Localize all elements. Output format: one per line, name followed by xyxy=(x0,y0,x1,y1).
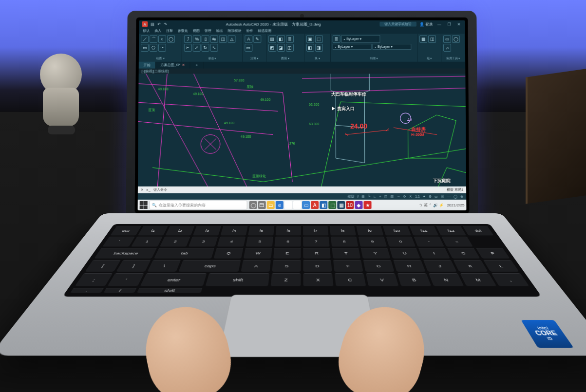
key[interactable]: W xyxy=(244,248,272,259)
statusbar-button[interactable]: ⊞ xyxy=(362,194,365,198)
statusbar-button[interactable]: ⌖ xyxy=(379,194,381,198)
taskbar-app-icon[interactable]: ◧ xyxy=(320,201,327,209)
key[interactable]: \ xyxy=(147,260,181,272)
ribbon-tool[interactable]: ○ xyxy=(158,35,166,43)
panel-label[interactable]: 实用工具 ▾ xyxy=(443,56,463,61)
ribbon-tool[interactable]: ⬚ xyxy=(315,35,323,43)
ribbon-tool[interactable]: ▣ xyxy=(306,35,314,43)
ribbon-tool[interactable]: ◧ xyxy=(306,44,314,52)
ribbon-tab[interactable]: 管理 xyxy=(205,28,211,33)
key[interactable]: del xyxy=(463,226,494,236)
key[interactable]: I xyxy=(418,248,450,259)
ribbon-tool[interactable]: ⤴ xyxy=(184,35,192,43)
ribbon-tool[interactable]: ↻ xyxy=(202,44,209,52)
taskbar-search-input[interactable]: 🔍 在这里输入你要搜索的内容 xyxy=(150,201,247,209)
key[interactable]: C xyxy=(335,273,366,286)
key[interactable]: Q xyxy=(213,248,243,259)
statusbar-button[interactable]: ∟ xyxy=(373,195,377,198)
key[interactable]: f2 xyxy=(165,226,194,236)
close-button[interactable]: ✕ xyxy=(455,22,462,26)
key[interactable]: 5 xyxy=(246,237,273,246)
key[interactable]: U xyxy=(390,248,420,259)
ribbon-tool[interactable]: ◫ xyxy=(219,35,227,43)
ribbon-tab[interactable]: 默认 xyxy=(143,28,150,33)
ribbon-tool[interactable]: ◩ xyxy=(268,44,276,52)
taskbar-app-icon[interactable]: e xyxy=(276,201,284,209)
ribbon-tool[interactable]: ▤ xyxy=(268,35,276,43)
minimize-button[interactable]: — xyxy=(436,22,443,26)
ribbon-tool[interactable]: ◧ xyxy=(277,35,285,43)
ribbon-tab[interactable]: 附加模块 xyxy=(228,28,242,33)
key[interactable]: 3 xyxy=(189,237,218,246)
key[interactable]: enter xyxy=(140,273,207,286)
key[interactable]: caps xyxy=(178,260,241,272)
start-button[interactable] xyxy=(140,201,148,209)
key[interactable]: 7 xyxy=(303,237,329,246)
ribbon-tool[interactable]: ✎ xyxy=(253,35,261,43)
key[interactable]: N xyxy=(429,273,464,286)
taskbar-app-icon[interactable]: ★ xyxy=(363,201,371,209)
drawing-canvas[interactable]: 大巴车临时停车位 ▶ 贵宾入口 24.00 4# 自持房 H=200M 下沉庭院… xyxy=(138,74,466,187)
key[interactable]: R xyxy=(303,248,331,259)
viewport-label[interactable]: [-][俯视][二维线框] xyxy=(139,69,466,74)
key[interactable]: f10 xyxy=(383,226,411,236)
key[interactable]: tab xyxy=(154,248,215,259)
panel-label[interactable]: 块 ▾ xyxy=(306,56,328,61)
ribbon-tab[interactable]: 精选应用 xyxy=(258,28,271,33)
key[interactable]: 0 xyxy=(386,237,416,246)
ribbon-tool[interactable]: ▭ xyxy=(141,44,149,52)
key[interactable]: f12 xyxy=(436,226,466,236)
key[interactable]: 8 xyxy=(331,237,358,246)
key[interactable]: L xyxy=(483,260,519,272)
key[interactable]: D xyxy=(303,260,332,272)
key[interactable]: A xyxy=(241,260,271,272)
panel-label[interactable]: 特性 ▾ xyxy=(333,56,416,61)
statusbar-button[interactable]: # xyxy=(357,195,359,198)
key[interactable]: - xyxy=(414,237,444,246)
key[interactable]: V xyxy=(366,273,398,286)
ribbon-tool[interactable]: ⌕ xyxy=(443,44,451,52)
taskbar-app-icon[interactable]: 🗔 xyxy=(258,201,266,209)
key[interactable]: . xyxy=(70,288,104,293)
layout-tabs[interactable]: 模型 布局1 xyxy=(447,187,463,192)
key[interactable]: f6 xyxy=(276,226,301,236)
panel-label[interactable]: 组 ▾ xyxy=(419,56,439,61)
ribbon-tab[interactable]: 插入 xyxy=(154,28,161,33)
key[interactable]: ; xyxy=(75,273,113,286)
key[interactable]: f3 xyxy=(193,226,221,236)
statusbar-button[interactable]: ⟳ xyxy=(403,194,406,198)
tab-new-button[interactable]: ＋ xyxy=(190,62,204,69)
ribbon-tool[interactable]: ⇆ xyxy=(210,35,218,43)
cmd-input[interactable]: 键入命令 xyxy=(153,187,167,192)
ribbon-tool[interactable]: % xyxy=(193,35,201,43)
ribbon-tool[interactable]: ◯ xyxy=(452,35,460,43)
statusbar-button[interactable]: ◯ xyxy=(454,194,457,198)
ribbon-tab[interactable]: 协作 xyxy=(246,28,253,33)
command-line[interactable]: ✕ ▸_ 键入命令 模型 布局1 xyxy=(138,187,466,193)
key[interactable]: [ xyxy=(85,260,121,272)
ribbon-tool[interactable]: ◫ xyxy=(428,35,436,43)
user-menu[interactable]: 👤 登录 xyxy=(419,21,433,27)
key[interactable]: S xyxy=(272,260,301,272)
key[interactable]: Z xyxy=(271,273,301,286)
taskbar-app-icon[interactable]: 10 xyxy=(346,201,354,209)
key[interactable]: f9 xyxy=(356,226,383,236)
ribbon-tool[interactable]: ⋯ xyxy=(158,44,166,52)
property-select[interactable]: ▪ByLayer ▾ xyxy=(333,44,372,50)
ribbon-tab[interactable]: 视图 xyxy=(193,28,200,33)
key[interactable]: P xyxy=(476,248,510,259)
taskbar-app-icon[interactable]: ▦ xyxy=(337,201,345,209)
qat-save-icon[interactable]: ▤ xyxy=(151,22,154,26)
key[interactable]: B xyxy=(397,273,432,286)
taskbar-app-icon[interactable]: ◯ xyxy=(249,201,257,209)
key[interactable]: f11 xyxy=(410,226,439,236)
ribbon-tool[interactable]: ▯ xyxy=(202,35,209,43)
key[interactable]: F xyxy=(333,260,363,272)
ribbon-tool[interactable]: ≣ xyxy=(333,35,340,43)
ribbon-tool[interactable]: ▦ xyxy=(419,35,427,43)
statusbar-button[interactable]: ▭ xyxy=(435,194,438,198)
ribbon-tool[interactable]: ⌒ xyxy=(150,35,157,43)
key[interactable]: 4 xyxy=(217,237,246,246)
key[interactable]: backspace xyxy=(94,248,157,259)
key[interactable]: / xyxy=(103,288,136,293)
